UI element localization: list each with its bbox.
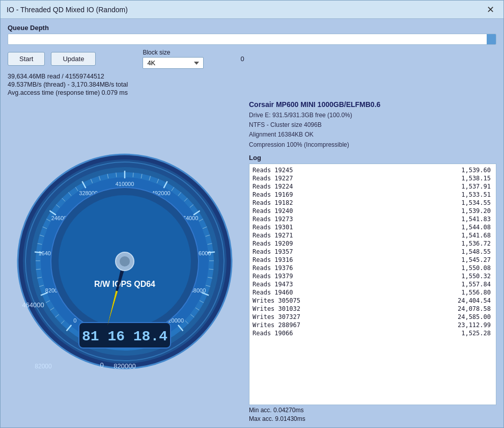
drive-detail-4: Compression 100% (Incompressible) — [249, 140, 496, 150]
log-val: 1,534.55 — [461, 199, 493, 206]
log-entry: Writes 28896723,112.99 — [253, 321, 493, 329]
log-min-acc: Min acc. 0.04270ms — [249, 407, 496, 414]
controls-row: Start Update Block size 512 1K 2K 4K 8K … — [8, 49, 496, 69]
log-entry: Reads 193571,548.55 — [253, 248, 493, 256]
log-key: Reads 19209 — [253, 240, 293, 247]
log-key: Reads 19473 — [253, 281, 293, 288]
stat-line-2: 49.537MB/s (thread) - 3,170.384MB/s tota… — [8, 81, 496, 88]
log-key: Reads 19240 — [253, 207, 293, 215]
gauge-display: 81 16 18.4 — [82, 329, 167, 344]
log-val: 1,548.55 — [461, 248, 493, 255]
stat-line-1: 39,634.46MB read / 41559744512 — [8, 73, 496, 80]
log-entry: Reads 193791,550.32 — [253, 272, 493, 280]
log-val: 1,557.84 — [461, 281, 493, 288]
log-entry: Reads 192401,539.20 — [253, 207, 493, 215]
svg-text:410000: 410000 — [116, 181, 134, 187]
log-key: Writes 307327 — [253, 313, 300, 320]
log-val: 1,538.15 — [461, 175, 493, 182]
main-row: 0820001640002460003280004100004920005740… — [8, 100, 496, 422]
log-val: 1,539.60 — [461, 167, 493, 174]
log-entry: Reads 192451,539.60 — [253, 166, 493, 174]
log-key: Reads 19245 — [253, 167, 293, 174]
log-key: Writes 288967 — [253, 322, 300, 329]
center-label: R/W IOPS QD64 — [94, 280, 155, 288]
log-entry: Reads 192241,537.91 — [253, 182, 493, 191]
stat-line-3: Avg.access time (response time) 0.079 ms — [8, 89, 496, 96]
content-area: Queue Depth Start Update Block size 512 … — [1, 19, 503, 427]
svg-text:0: 0 — [100, 361, 103, 369]
log-val: 1,537.91 — [461, 183, 493, 190]
info-log-section: Corsair MP600 MINI 1000GB/ELFMB0.6 Drive… — [249, 100, 496, 422]
log-val: 24,078.58 — [458, 305, 493, 312]
log-val: 24,585.00 — [458, 313, 493, 320]
title-bar: IO - Threaded QD Mixed IO (Random) ✕ — [1, 1, 503, 19]
log-val: 1,544.08 — [461, 224, 493, 231]
log-container[interactable]: Reads 192451,539.60Reads 192271,538.15Re… — [249, 164, 496, 405]
log-val: 1,541.83 — [461, 216, 493, 223]
queue-bar-container — [8, 34, 496, 45]
log-key: Writes 305075 — [253, 297, 300, 304]
queue-depth-label: Queue Depth — [8, 24, 496, 32]
log-max-acc: Max acc. 9.01430ms — [249, 415, 496, 422]
log-key: Reads 19379 — [253, 273, 293, 280]
svg-text:464000: 464000 — [22, 301, 44, 309]
log-key: Reads 19169 — [253, 191, 293, 198]
log-entry: Reads 191691,533.51 — [253, 191, 493, 199]
log-entry: Writes 30507524,404.54 — [253, 297, 493, 305]
log-entry: Reads 193011,544.08 — [253, 223, 493, 231]
drive-detail-2: NTFS - Cluster size 4096B — [249, 120, 496, 130]
start-button[interactable]: Start — [8, 52, 45, 66]
stats-row: 39,634.46MB read / 41559744512 49.537MB/… — [8, 73, 496, 96]
main-window: IO - Threaded QD Mixed IO (Random) ✕ Que… — [0, 0, 504, 428]
log-key: Reads 19224 — [253, 183, 293, 190]
log-key: Writes 301032 — [253, 305, 300, 312]
svg-text:82000: 82000 — [35, 363, 52, 370]
gauge-section: 0820001640002460003280004100004920005740… — [8, 100, 242, 422]
log-key: Reads 19271 — [253, 232, 293, 239]
close-button[interactable]: ✕ — [483, 3, 497, 17]
log-entry: Reads 194601,556.80 — [253, 288, 493, 297]
log-entry: Reads 192091,536.72 — [253, 239, 493, 248]
log-val: 24,404.54 — [458, 297, 493, 304]
log-entry: Writes 30732724,585.00 — [253, 313, 493, 321]
log-key: Reads 19182 — [253, 199, 293, 206]
log-val: 1,525.28 — [461, 330, 493, 337]
drive-detail-3: Alignment 16384KB OK — [249, 130, 496, 140]
log-val: 23,112.99 — [458, 322, 493, 329]
log-val: 1,550.32 — [461, 273, 493, 280]
log-key: Reads 19316 — [253, 256, 293, 263]
log-entry: Reads 192731,541.83 — [253, 215, 493, 223]
log-key: Reads 19066 — [253, 330, 293, 337]
block-size-group: Block size 512 1K 2K 4K 8K 16K 32K 64K 1… — [143, 49, 204, 69]
log-entry: Reads 190661,525.28 — [253, 329, 493, 337]
log-key: Reads 19376 — [253, 264, 293, 272]
drive-detail-1: Drive E: 931.5/931.3GB free (100.0%) — [249, 111, 496, 120]
log-entry: Reads 192711,541.68 — [253, 231, 493, 239]
log-key: Reads 19227 — [253, 175, 293, 182]
log-val: 1,545.27 — [461, 256, 493, 263]
log-val: 1,541.68 — [461, 232, 493, 239]
log-val: 1,539.20 — [461, 207, 493, 215]
log-entry: Reads 191821,534.55 — [253, 199, 493, 207]
log-val: 1,536.72 — [461, 240, 493, 247]
drive-info: Corsair MP600 MINI 1000GB/ELFMB0.6 Drive… — [249, 100, 496, 150]
block-size-select[interactable]: 512 1K 2K 4K 8K 16K 32K 64K 128K 256K 51… — [143, 57, 204, 69]
update-button[interactable]: Update — [51, 52, 96, 66]
log-entry: Reads 193161,545.27 — [253, 256, 493, 264]
svg-text:820000: 820000 — [114, 362, 135, 370]
gauge-svg: 0820001640002460003280004100004920005740… — [13, 149, 237, 373]
log-val: 1,550.08 — [461, 264, 493, 272]
log-entry: Reads 194731,557.84 — [253, 280, 493, 288]
log-entry: Writes 30103224,078.58 — [253, 305, 493, 313]
log-section: Log Reads 192451,539.60Reads 192271,538.… — [249, 154, 496, 422]
log-val: 1,556.80 — [461, 289, 493, 296]
counter-display: 0 — [240, 55, 244, 63]
window-title: IO - Threaded QD Mixed IO (Random) — [7, 6, 128, 14]
log-key: Reads 19301 — [253, 224, 293, 231]
svg-text:0: 0 — [73, 317, 76, 324]
svg-point-74 — [120, 256, 130, 266]
log-val: 1,533.51 — [461, 191, 493, 198]
log-key: Reads 19357 — [253, 248, 293, 255]
block-size-label: Block size — [143, 49, 204, 56]
log-key: Reads 19460 — [253, 289, 293, 296]
